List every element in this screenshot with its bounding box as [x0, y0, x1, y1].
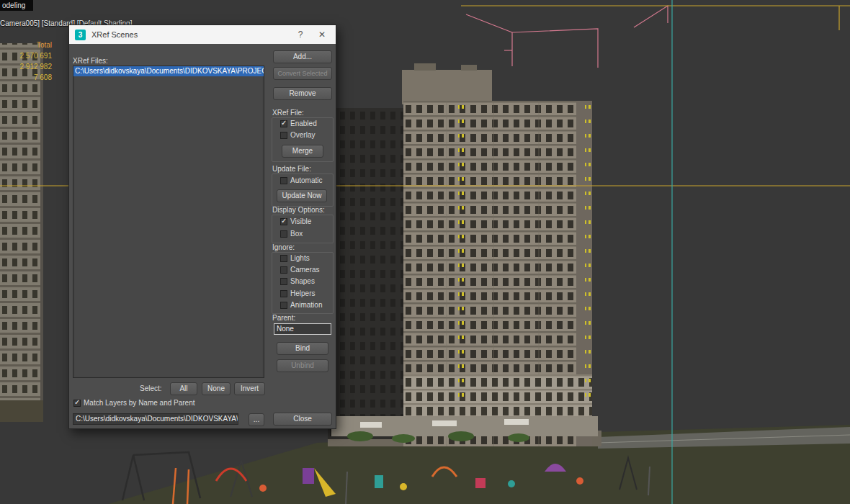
shapes-label: Shapes [290, 277, 315, 285]
cameras-checkbox[interactable] [280, 266, 287, 274]
merge-button[interactable]: Merge [282, 145, 323, 158]
box-checkbox[interactable] [280, 230, 287, 238]
shapes-checkbox[interactable] [280, 278, 287, 285]
cameras-label: Cameras [290, 266, 320, 274]
dialog-titlebar[interactable]: 3 XRef Scenes ? ✕ [69, 25, 336, 44]
automatic-label: Automatic [290, 176, 322, 184]
parent-label: Parent: [272, 314, 295, 322]
menu-tab-modeling[interactable]: odeling [0, 0, 33, 11]
stats-value: 2 570 691 [0, 50, 52, 61]
help-button[interactable]: ? [292, 30, 308, 40]
xref-scenes-dialog: 3 XRef Scenes ? ✕ XRef Files: C:\Users\d… [68, 24, 336, 429]
select-none-button[interactable]: None [202, 382, 231, 395]
xref-file-group-label: XRef File: [272, 109, 304, 117]
stats-value: 2 912 982 [0, 61, 52, 72]
box-row: Box [280, 230, 303, 238]
animation-checkbox[interactable] [280, 302, 287, 309]
floor-markers-left [458, 101, 464, 403]
viewport-statistics: Total 2 570 691 2 912 982 7 608 [0, 40, 52, 83]
box-label: Box [290, 230, 303, 238]
lights-label: Lights [290, 254, 310, 262]
list-item[interactable]: C:\Users\didkovskaya\Documents\DIDKOVSKA… [73, 66, 264, 76]
helpers-label: Helpers [290, 289, 315, 297]
main-building [328, 63, 598, 446]
animation-row: Animation [280, 301, 322, 309]
dialog-title: XRef Scenes [91, 30, 138, 39]
overlay-row: Overlay [280, 131, 315, 139]
3dsmax-icon: 3 [75, 30, 86, 40]
match-layers-label: Match Layers by Name and Parent [84, 399, 195, 407]
scene-path-field[interactable]: C:\Users\didkovskaya\Documents\DIDKOVSKA… [73, 413, 238, 425]
left-building [0, 43, 43, 422]
remove-button[interactable]: Remove [273, 87, 332, 100]
browse-button[interactable]: ... [249, 413, 264, 426]
close-icon[interactable]: ✕ [314, 30, 330, 40]
stats-value: 7 608 [0, 72, 52, 83]
display-options-group-label: Display Options: [272, 206, 325, 214]
parent-field[interactable]: None [274, 323, 331, 335]
lights-checkbox[interactable] [280, 255, 287, 262]
enabled-label: Enabled [290, 120, 317, 127]
visible-label: Visible [290, 217, 311, 225]
shapes-row: Shapes [280, 277, 315, 285]
update-now-button[interactable]: Update Now [277, 189, 327, 202]
close-button[interactable]: Close [273, 413, 332, 426]
overlay-checkbox[interactable] [280, 132, 287, 139]
add-button[interactable]: Add... [273, 50, 332, 63]
animation-label: Animation [290, 301, 322, 309]
floor-markers-right [585, 101, 591, 403]
select-invert-button[interactable]: Invert [234, 382, 265, 395]
xref-file-list[interactable]: C:\Users\didkovskaya\Documents\DIDKOVSKA… [73, 66, 264, 378]
helpers-checkbox[interactable] [280, 290, 287, 297]
match-layers-checkbox[interactable] [73, 400, 81, 407]
enabled-row: Enabled [280, 120, 317, 127]
match-layers-row: Match Layers by Name and Parent [73, 399, 195, 407]
convert-selected-button[interactable]: Convert Selected [273, 67, 332, 80]
enabled-checkbox[interactable] [280, 120, 287, 127]
stats-title: Total [0, 40, 52, 50]
visible-checkbox[interactable] [280, 218, 287, 225]
select-label: Select: [140, 384, 162, 392]
visible-row: Visible [280, 217, 311, 225]
update-file-group-label: Update File: [272, 165, 311, 173]
xref-files-label: XRef Files: [73, 57, 108, 65]
automatic-checkbox[interactable] [280, 177, 287, 184]
automatic-row: Automatic [280, 176, 322, 184]
lights-row: Lights [280, 254, 310, 262]
bind-button[interactable]: Bind [277, 342, 328, 355]
select-all-button[interactable]: All [170, 382, 197, 395]
helpers-row: Helpers [280, 289, 315, 297]
unbind-button[interactable]: Unbind [277, 359, 328, 372]
overlay-label: Overlay [290, 131, 315, 139]
ignore-group-label: Ignore: [272, 243, 295, 251]
cameras-row: Cameras [280, 266, 320, 274]
